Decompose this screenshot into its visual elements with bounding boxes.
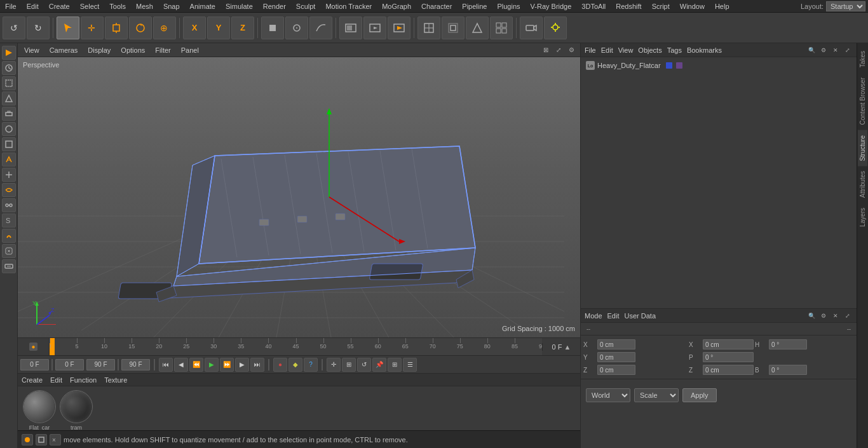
go-to-end-button[interactable]: ⏭ — [250, 358, 264, 372]
mat-texture-menu[interactable]: Texture — [104, 376, 127, 384]
vp-menu-view[interactable]: View — [22, 45, 42, 55]
vtab-takes[interactable]: Takes — [858, 46, 867, 72]
vp-settings-icon[interactable]: ⚙ — [566, 45, 576, 55]
sidebar-btn-12[interactable]: S — [2, 214, 16, 227]
vp-maximize-icon[interactable]: ⊠ — [541, 45, 551, 55]
material-item-2[interactable]: tram — [60, 390, 93, 431]
material-ball-1[interactable] — [23, 390, 56, 423]
om-close-icon[interactable]: ✕ — [831, 45, 841, 55]
start-frame-input[interactable] — [20, 359, 49, 370]
attr-z1-input[interactable] — [597, 365, 635, 375]
attr-y1-input[interactable] — [597, 352, 635, 362]
attr-b-input[interactable] — [769, 365, 807, 375]
vp-menu-panel[interactable]: Panel — [179, 45, 201, 55]
end-frame-input[interactable] — [86, 359, 115, 370]
end-frame-input-2[interactable] — [121, 359, 150, 370]
viewport-canvas[interactable]: Perspective Grid Spacing : 1000 cm X Y Z — [18, 57, 580, 337]
status-icon-3[interactable]: × — [50, 434, 61, 445]
menu-mesh[interactable]: Mesh — [131, 1, 158, 11]
world-dropdown[interactable]: World — [586, 388, 630, 402]
vp-menu-options[interactable]: Options — [118, 45, 147, 55]
render-region-button[interactable] — [339, 17, 362, 39]
vp-menu-cameras[interactable]: Cameras — [47, 45, 81, 55]
sidebar-btn-9[interactable] — [2, 168, 16, 182]
material-item-1[interactable]: Flat_car — [23, 390, 56, 431]
om-view-menu[interactable]: View — [618, 46, 634, 54]
vp-menu-filter[interactable]: Filter — [153, 45, 173, 55]
attr-x2-input[interactable] — [703, 339, 754, 350]
right-view-button[interactable] — [442, 17, 465, 39]
move-tool-button[interactable]: ✛ — [81, 17, 104, 39]
sidebar-btn-5[interactable] — [2, 107, 16, 121]
go-to-start-button[interactable]: ⏮ — [159, 358, 173, 372]
om-file-menu[interactable]: File — [585, 46, 596, 54]
rotate-playback-button[interactable]: ↺ — [357, 358, 371, 372]
menu-vray[interactable]: V-Ray Bridge — [526, 1, 577, 11]
options-playback-button[interactable]: ☰ — [403, 358, 417, 372]
camera-button[interactable] — [520, 17, 543, 39]
next-step-button[interactable]: ⏩ — [220, 358, 234, 372]
menu-3dtoall[interactable]: 3DToAll — [576, 1, 611, 11]
scale-tool-button[interactable] — [105, 17, 128, 39]
sidebar-btn-2[interactable] — [2, 61, 16, 75]
menu-redshift[interactable]: Redshift — [611, 1, 646, 11]
sidebar-btn-3[interactable] — [2, 76, 16, 90]
attr-h-input[interactable] — [769, 339, 807, 350]
transform-tool-button[interactable]: ⊕ — [153, 17, 176, 39]
prev-frame-button[interactable]: ◀ — [174, 358, 188, 372]
perspective-view-button[interactable] — [466, 17, 489, 39]
select-tool-button[interactable] — [57, 17, 79, 39]
om-search-icon[interactable]: 🔍 — [806, 45, 817, 55]
vtab-structure[interactable]: Structure — [858, 130, 867, 166]
sidebar-btn-11[interactable] — [2, 198, 16, 212]
record-button[interactable]: ● — [273, 358, 287, 372]
mat-function-menu[interactable]: Function — [70, 376, 97, 384]
menu-file[interactable]: File — [0, 1, 22, 11]
sidebar-btn-6[interactable] — [2, 122, 16, 136]
sidebar-btn-10[interactable] — [2, 183, 16, 197]
help-button[interactable]: ? — [304, 358, 318, 372]
menu-mograph[interactable]: MoGraph — [377, 1, 416, 11]
render-to-picture-button[interactable] — [363, 17, 386, 39]
quad-view-button[interactable] — [490, 17, 513, 39]
mat-create-menu[interactable]: Create — [22, 376, 43, 384]
start-frame-input-2[interactable] — [55, 359, 84, 370]
light-button[interactable] — [544, 17, 567, 39]
x-axis-button[interactable]: X — [183, 17, 206, 39]
om-settings-icon[interactable]: ⚙ — [818, 45, 829, 55]
menu-animate[interactable]: Animate — [185, 1, 220, 11]
menu-motion-tracker[interactable]: Motion Tracker — [320, 1, 377, 11]
timeline-ruler[interactable]: 051015202530354045505560657075808590 — [50, 338, 542, 355]
next-frame-button[interactable]: ▶ — [235, 358, 249, 372]
sidebar-btn-14[interactable] — [2, 244, 16, 258]
attr-z2-input[interactable] — [703, 365, 754, 375]
spline-button[interactable] — [309, 17, 332, 39]
redo-button[interactable]: ↻ — [27, 17, 50, 39]
layout-select[interactable]: Startup — [826, 1, 865, 11]
menu-sculpt[interactable]: Sculpt — [291, 1, 321, 11]
attr-userdata-menu[interactable]: User Data — [625, 312, 656, 320]
attr-close-icon[interactable]: ✕ — [831, 311, 841, 321]
attr-x1-input[interactable] — [597, 339, 635, 350]
status-icon-1[interactable] — [22, 434, 33, 445]
om-bookmarks-menu[interactable]: Bookmarks — [687, 46, 722, 54]
sidebar-btn-13[interactable] — [2, 229, 16, 243]
menu-help[interactable]: Help — [710, 1, 735, 11]
sidebar-btn-15[interactable] — [2, 259, 16, 273]
object-row-flatcar[interactable]: Lo Heavy_Duty_Flatcar — [583, 60, 854, 71]
menu-simulate[interactable]: Simulate — [220, 1, 258, 11]
sidebar-btn-1[interactable] — [2, 46, 16, 60]
null-object-button[interactable] — [285, 17, 308, 39]
vp-arrows-icon[interactable]: ⤢ — [553, 45, 564, 55]
undo-button[interactable]: ↺ — [3, 17, 25, 39]
attr-p-input[interactable] — [703, 352, 754, 362]
object-mode-button[interactable] — [261, 17, 284, 39]
pin-button[interactable]: 📌 — [372, 358, 386, 372]
menu-select[interactable]: Select — [75, 1, 105, 11]
attr-expand-icon[interactable]: ⤢ — [843, 311, 853, 321]
sidebar-btn-8[interactable] — [2, 153, 16, 166]
vtab-attributes[interactable]: Attributes — [858, 166, 867, 203]
menu-script[interactable]: Script — [647, 1, 675, 11]
menu-tools[interactable]: Tools — [104, 1, 131, 11]
mat-edit-menu[interactable]: Edit — [50, 376, 62, 384]
